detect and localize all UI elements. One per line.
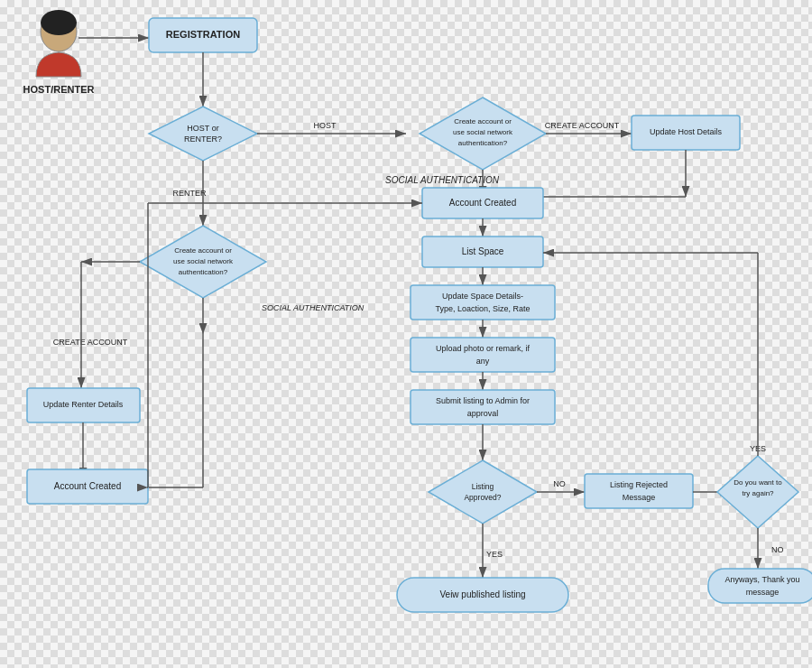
- no-label2: NO: [771, 545, 784, 554]
- host-renter-question: HOST or: [187, 124, 218, 133]
- svg-text:message: message: [746, 588, 780, 597]
- svg-text:try again?: try again?: [742, 489, 774, 497]
- svg-text:Listing Rejected: Listing Rejected: [610, 480, 668, 489]
- svg-text:authentication?: authentication?: [179, 268, 228, 276]
- anyways-box: [708, 569, 812, 603]
- host-renter-diamond: [149, 107, 257, 161]
- svg-point-2: [41, 10, 77, 35]
- renter-label: RENTER: [172, 189, 207, 198]
- svg-text:approval: approval: [467, 409, 499, 418]
- list-space-label: List Space: [462, 246, 504, 256]
- svg-text:Listing: Listing: [472, 482, 494, 491]
- view-published-label: Veiw published listing: [439, 589, 525, 599]
- listing-rejected-box: [585, 474, 693, 508]
- svg-text:Approved?: Approved?: [464, 493, 501, 502]
- update-space-details-box: [411, 285, 555, 320]
- account-created-renter-label: Account Created: [54, 481, 122, 491]
- upload-photo-box: [411, 338, 555, 372]
- svg-text:Create account or: Create account or: [454, 117, 512, 125]
- svg-text:Type, Loaction, Size, Rate: Type, Loaction, Size, Rate: [435, 304, 530, 313]
- svg-text:Do you want to: Do you want to: [734, 478, 782, 487]
- host-label: HOST: [313, 121, 337, 130]
- svg-text:RENTER?: RENTER?: [184, 135, 222, 144]
- svg-text:Submit listing to Admin for: Submit listing to Admin for: [436, 396, 530, 405]
- listing-approved-diamond: [429, 460, 537, 524]
- svg-text:use social network: use social network: [453, 128, 513, 136]
- svg-text:Upload photo or remark, if: Upload photo or remark, if: [436, 344, 531, 353]
- social-auth-renter-label: SOCIAL AUTHENTICATION: [262, 303, 364, 312]
- create-account-renter-label: CREATE ACCOUNT: [53, 338, 128, 347]
- account-created-host-label: Account Created: [449, 198, 517, 208]
- yes-label1: YES: [486, 550, 503, 559]
- svg-text:Anyways, Thank you: Anyways, Thank you: [725, 575, 800, 584]
- svg-text:Message: Message: [623, 493, 656, 502]
- svg-text:Create account or: Create account or: [174, 246, 232, 255]
- svg-text:use social network: use social network: [173, 257, 234, 265]
- submit-listing-box: [411, 390, 555, 424]
- diagram-container: HOST/RENTER REGISTRATION HOST or RENTER?…: [0, 0, 812, 668]
- host-renter-label: HOST/RENTER: [23, 84, 95, 95]
- update-renter-details-label: Update Renter Details: [43, 400, 124, 409]
- svg-text:Update Space Details-: Update Space Details-: [442, 292, 523, 301]
- update-host-details-label: Update Host Details: [650, 127, 723, 136]
- svg-text:any: any: [476, 357, 490, 366]
- svg-text:authentication?: authentication?: [458, 139, 508, 147]
- create-account-host-label: CREATE ACCOUNT: [545, 121, 620, 130]
- registration-label: REGISTRATION: [166, 29, 240, 40]
- no-label1: NO: [553, 479, 566, 488]
